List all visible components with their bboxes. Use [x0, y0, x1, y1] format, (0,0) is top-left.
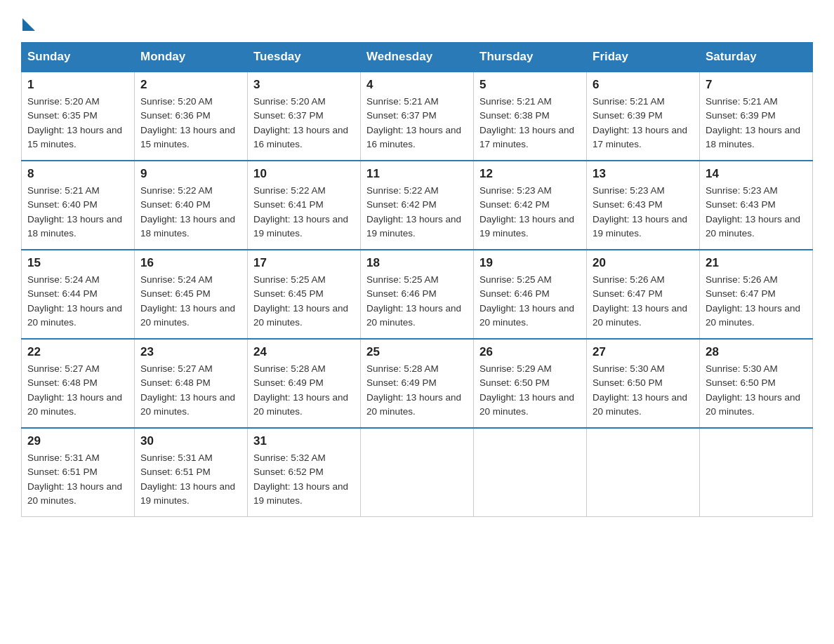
day-info: Sunrise: 5:21 AMSunset: 6:39 PMDaylight:…	[706, 95, 807, 152]
day-info: Sunrise: 5:21 AMSunset: 6:37 PMDaylight:…	[366, 95, 468, 152]
day-info: Sunrise: 5:25 AMSunset: 6:45 PMDaylight:…	[253, 273, 355, 330]
day-number: 29	[27, 434, 128, 448]
day-number: 31	[253, 434, 355, 448]
calendar-day-cell: 26 Sunrise: 5:29 AMSunset: 6:50 PMDaylig…	[474, 339, 587, 428]
day-number: 13	[593, 167, 694, 181]
day-number: 4	[366, 78, 468, 92]
day-number: 21	[706, 256, 807, 270]
day-number: 5	[479, 78, 581, 92]
day-number: 27	[593, 345, 694, 359]
calendar-day-cell	[361, 428, 474, 517]
calendar-day-cell	[700, 428, 813, 517]
day-info: Sunrise: 5:23 AMSunset: 6:43 PMDaylight:…	[706, 184, 807, 241]
weekday-header-tuesday: Tuesday	[248, 43, 361, 72]
weekday-header-saturday: Saturday	[700, 43, 813, 72]
calendar-day-cell: 19 Sunrise: 5:25 AMSunset: 6:46 PMDaylig…	[474, 250, 587, 339]
day-number: 9	[140, 167, 241, 181]
day-number: 19	[479, 256, 581, 270]
day-info: Sunrise: 5:21 AMSunset: 6:40 PMDaylight:…	[27, 184, 128, 241]
day-number: 20	[593, 256, 694, 270]
calendar-day-cell: 9 Sunrise: 5:22 AMSunset: 6:40 PMDayligh…	[135, 161, 248, 250]
calendar-day-cell: 28 Sunrise: 5:30 AMSunset: 6:50 PMDaylig…	[700, 339, 813, 428]
calendar-day-cell: 8 Sunrise: 5:21 AMSunset: 6:40 PMDayligh…	[22, 161, 135, 250]
day-info: Sunrise: 5:25 AMSunset: 6:46 PMDaylight:…	[366, 273, 468, 330]
day-number: 15	[27, 256, 128, 270]
day-number: 10	[253, 167, 355, 181]
calendar-day-cell: 4 Sunrise: 5:21 AMSunset: 6:37 PMDayligh…	[361, 72, 474, 161]
weekday-header-friday: Friday	[587, 43, 700, 72]
day-info: Sunrise: 5:23 AMSunset: 6:43 PMDaylight:…	[593, 184, 694, 241]
day-number: 26	[479, 345, 581, 359]
calendar-day-cell: 22 Sunrise: 5:27 AMSunset: 6:48 PMDaylig…	[22, 339, 135, 428]
day-number: 23	[140, 345, 241, 359]
calendar-day-cell	[474, 428, 587, 517]
day-number: 18	[366, 256, 468, 270]
day-info: Sunrise: 5:30 AMSunset: 6:50 PMDaylight:…	[593, 362, 694, 419]
day-info: Sunrise: 5:25 AMSunset: 6:46 PMDaylight:…	[479, 273, 581, 330]
day-info: Sunrise: 5:28 AMSunset: 6:49 PMDaylight:…	[366, 362, 468, 419]
day-info: Sunrise: 5:27 AMSunset: 6:48 PMDaylight:…	[27, 362, 128, 419]
day-info: Sunrise: 5:21 AMSunset: 6:39 PMDaylight:…	[593, 95, 694, 152]
calendar-day-cell: 6 Sunrise: 5:21 AMSunset: 6:39 PMDayligh…	[587, 72, 700, 161]
day-info: Sunrise: 5:22 AMSunset: 6:41 PMDaylight:…	[253, 184, 355, 241]
day-number: 7	[706, 78, 807, 92]
logo-arrow-icon	[22, 18, 35, 31]
day-number: 8	[27, 167, 128, 181]
day-info: Sunrise: 5:26 AMSunset: 6:47 PMDaylight:…	[593, 273, 694, 330]
calendar-day-cell: 25 Sunrise: 5:28 AMSunset: 6:49 PMDaylig…	[361, 339, 474, 428]
calendar-week-row: 29 Sunrise: 5:31 AMSunset: 6:51 PMDaylig…	[22, 428, 813, 517]
day-number: 2	[140, 78, 241, 92]
day-info: Sunrise: 5:31 AMSunset: 6:51 PMDaylight:…	[140, 451, 241, 508]
weekday-header-monday: Monday	[135, 43, 248, 72]
day-info: Sunrise: 5:28 AMSunset: 6:49 PMDaylight:…	[253, 362, 355, 419]
day-info: Sunrise: 5:20 AMSunset: 6:37 PMDaylight:…	[253, 95, 355, 152]
calendar-day-cell: 16 Sunrise: 5:24 AMSunset: 6:45 PMDaylig…	[135, 250, 248, 339]
day-number: 12	[479, 167, 581, 181]
calendar-table: SundayMondayTuesdayWednesdayThursdayFrid…	[21, 42, 813, 517]
day-number: 22	[27, 345, 128, 359]
day-info: Sunrise: 5:21 AMSunset: 6:38 PMDaylight:…	[479, 95, 581, 152]
calendar-day-cell: 17 Sunrise: 5:25 AMSunset: 6:45 PMDaylig…	[248, 250, 361, 339]
calendar-day-cell: 29 Sunrise: 5:31 AMSunset: 6:51 PMDaylig…	[22, 428, 135, 517]
day-info: Sunrise: 5:26 AMSunset: 6:47 PMDaylight:…	[706, 273, 807, 330]
weekday-header-wednesday: Wednesday	[361, 43, 474, 72]
day-info: Sunrise: 5:22 AMSunset: 6:42 PMDaylight:…	[366, 184, 468, 241]
day-info: Sunrise: 5:24 AMSunset: 6:44 PMDaylight:…	[27, 273, 128, 330]
calendar-day-cell: 21 Sunrise: 5:26 AMSunset: 6:47 PMDaylig…	[700, 250, 813, 339]
calendar-day-cell: 15 Sunrise: 5:24 AMSunset: 6:44 PMDaylig…	[22, 250, 135, 339]
day-number: 17	[253, 256, 355, 270]
day-info: Sunrise: 5:32 AMSunset: 6:52 PMDaylight:…	[253, 451, 355, 508]
calendar-week-row: 22 Sunrise: 5:27 AMSunset: 6:48 PMDaylig…	[22, 339, 813, 428]
calendar-day-cell: 18 Sunrise: 5:25 AMSunset: 6:46 PMDaylig…	[361, 250, 474, 339]
day-number: 3	[253, 78, 355, 92]
day-number: 24	[253, 345, 355, 359]
day-number: 28	[706, 345, 807, 359]
calendar-day-cell: 12 Sunrise: 5:23 AMSunset: 6:42 PMDaylig…	[474, 161, 587, 250]
day-number: 1	[27, 78, 128, 92]
day-info: Sunrise: 5:31 AMSunset: 6:51 PMDaylight:…	[27, 451, 128, 508]
logo	[21, 14, 35, 28]
calendar-day-cell: 13 Sunrise: 5:23 AMSunset: 6:43 PMDaylig…	[587, 161, 700, 250]
day-number: 16	[140, 256, 241, 270]
calendar-day-cell: 5 Sunrise: 5:21 AMSunset: 6:38 PMDayligh…	[474, 72, 587, 161]
calendar-day-cell: 23 Sunrise: 5:27 AMSunset: 6:48 PMDaylig…	[135, 339, 248, 428]
day-number: 30	[140, 434, 241, 448]
day-number: 11	[366, 167, 468, 181]
calendar-week-row: 15 Sunrise: 5:24 AMSunset: 6:44 PMDaylig…	[22, 250, 813, 339]
weekday-header-thursday: Thursday	[474, 43, 587, 72]
day-info: Sunrise: 5:22 AMSunset: 6:40 PMDaylight:…	[140, 184, 241, 241]
calendar-day-cell	[587, 428, 700, 517]
calendar-week-row: 1 Sunrise: 5:20 AMSunset: 6:35 PMDayligh…	[22, 72, 813, 161]
calendar-day-cell: 2 Sunrise: 5:20 AMSunset: 6:36 PMDayligh…	[135, 72, 248, 161]
day-info: Sunrise: 5:23 AMSunset: 6:42 PMDaylight:…	[479, 184, 581, 241]
page-header	[21, 14, 813, 28]
calendar-day-cell: 1 Sunrise: 5:20 AMSunset: 6:35 PMDayligh…	[22, 72, 135, 161]
calendar-day-cell: 20 Sunrise: 5:26 AMSunset: 6:47 PMDaylig…	[587, 250, 700, 339]
calendar-day-cell: 31 Sunrise: 5:32 AMSunset: 6:52 PMDaylig…	[248, 428, 361, 517]
calendar-day-cell: 11 Sunrise: 5:22 AMSunset: 6:42 PMDaylig…	[361, 161, 474, 250]
calendar-day-cell: 27 Sunrise: 5:30 AMSunset: 6:50 PMDaylig…	[587, 339, 700, 428]
calendar-day-cell: 7 Sunrise: 5:21 AMSunset: 6:39 PMDayligh…	[700, 72, 813, 161]
day-info: Sunrise: 5:27 AMSunset: 6:48 PMDaylight:…	[140, 362, 241, 419]
day-info: Sunrise: 5:30 AMSunset: 6:50 PMDaylight:…	[706, 362, 807, 419]
day-info: Sunrise: 5:20 AMSunset: 6:36 PMDaylight:…	[140, 95, 241, 152]
